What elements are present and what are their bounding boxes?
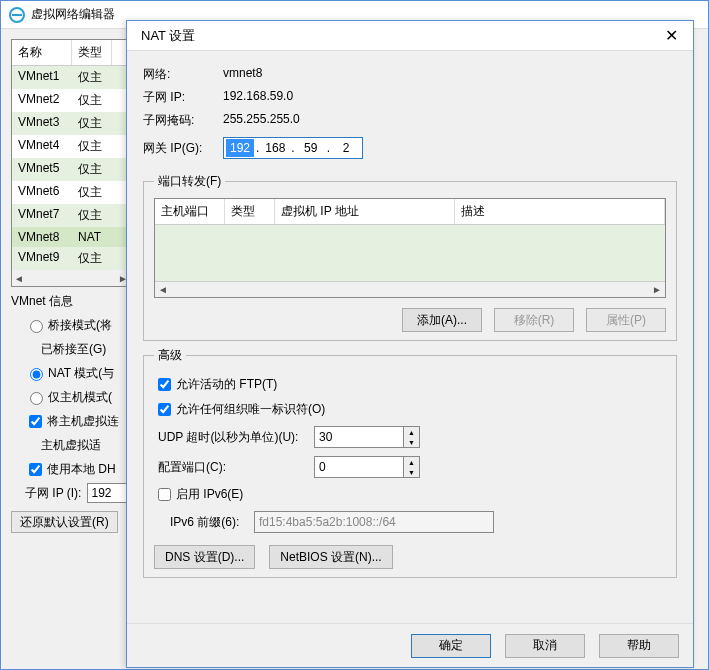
scroll-right-icon[interactable]: ►: [652, 284, 662, 295]
vmnet-table[interactable]: 名称 类型 VMnet1仅主VMnet2仅主VMnet3仅主VMnet4仅主VM…: [11, 39, 131, 287]
gateway-oct-2[interactable]: [261, 139, 289, 157]
check-ipv6[interactable]: [158, 488, 171, 501]
gateway-oct-4[interactable]: [332, 139, 360, 157]
parent-title: 虚拟网络编辑器: [31, 6, 115, 23]
table-row[interactable]: VMnet3仅主: [12, 112, 130, 135]
dns-settings-button[interactable]: DNS 设置(D)...: [154, 545, 255, 569]
table-row[interactable]: VMnet2仅主: [12, 89, 130, 112]
subnet-ip-value: 192.168.59.0: [223, 89, 293, 106]
col-type[interactable]: 类型: [72, 40, 112, 65]
subnet-ip-label: 子网 IP:: [143, 89, 223, 106]
ipv6-prefix-label: IPv6 前缀(6):: [154, 514, 254, 531]
pf-properties-button[interactable]: 属性(P): [586, 308, 666, 332]
radio-hostonly-label: 仅主机模式(: [48, 389, 112, 406]
check-active-ftp-label: 允许活动的 FTP(T): [176, 376, 277, 393]
pf-col-desc[interactable]: 描述: [455, 199, 665, 224]
pf-hscroll[interactable]: ◄ ►: [155, 281, 665, 297]
spin-down-icon[interactable]: ▼: [404, 437, 419, 447]
advanced-legend: 高级: [154, 347, 186, 364]
network-value: vmnet8: [223, 66, 262, 83]
netbios-settings-button[interactable]: NetBIOS 设置(N)...: [269, 545, 392, 569]
check-ipv6-label: 启用 IPv6(E): [176, 486, 243, 503]
pf-remove-button[interactable]: 移除(R): [494, 308, 574, 332]
radio-hostonly[interactable]: [30, 392, 43, 405]
spin-down-icon[interactable]: ▼: [404, 467, 419, 477]
check-connect-host-label: 将主机虚拟连: [47, 413, 119, 430]
pf-col-vmip[interactable]: 虚拟机 IP 地址: [275, 199, 455, 224]
ok-button[interactable]: 确定: [411, 634, 491, 658]
vmnet-table-hscroll[interactable]: ◄ ►: [12, 270, 130, 286]
table-row[interactable]: VMnet7仅主: [12, 204, 130, 227]
udp-timeout-label: UDP 超时(以秒为单位)(U):: [154, 429, 314, 446]
table-row[interactable]: VMnet6仅主: [12, 181, 130, 204]
close-icon[interactable]: ✕: [659, 24, 683, 48]
radio-nat[interactable]: [30, 368, 43, 381]
check-dhcp-label: 使用本地 DH: [47, 461, 116, 478]
radio-nat-label: NAT 模式(与: [48, 365, 114, 382]
pf-add-button[interactable]: 添加(A)...: [402, 308, 482, 332]
pf-col-hostport[interactable]: 主机端口: [155, 199, 225, 224]
port-forwarding-table[interactable]: 主机端口 类型 虚拟机 IP 地址 描述 ◄ ►: [154, 198, 666, 298]
app-icon: [9, 7, 25, 23]
config-port-input[interactable]: [314, 456, 404, 478]
check-any-oui[interactable]: [158, 403, 171, 416]
gateway-oct-1[interactable]: [226, 139, 254, 157]
table-row[interactable]: VMnet4仅主: [12, 135, 130, 158]
help-button[interactable]: 帮助: [599, 634, 679, 658]
check-dhcp[interactable]: [29, 463, 42, 476]
subnet-mask-value: 255.255.255.0: [223, 112, 300, 129]
port-forwarding-legend: 端口转发(F): [154, 173, 225, 190]
spin-up-icon[interactable]: ▲: [404, 457, 419, 467]
radio-bridge-label: 桥接模式(将: [48, 317, 112, 334]
subnet-mask-label: 子网掩码:: [143, 112, 223, 129]
gateway-oct-3[interactable]: [297, 139, 325, 157]
subnet-ip-label: 子网 IP (I):: [25, 485, 81, 502]
dialog-title: NAT 设置: [141, 27, 195, 45]
check-active-ftp[interactable]: [158, 378, 171, 391]
network-label: 网络:: [143, 66, 223, 83]
spin-up-icon[interactable]: ▲: [404, 427, 419, 437]
cancel-button[interactable]: 取消: [505, 634, 585, 658]
dialog-titlebar: NAT 设置 ✕: [127, 21, 693, 51]
col-name[interactable]: 名称: [12, 40, 72, 65]
check-connect-host[interactable]: [29, 415, 42, 428]
vmnet-table-header: 名称 类型: [12, 40, 130, 66]
check-any-oui-label: 允许任何组织唯一标识符(O): [176, 401, 325, 418]
table-row[interactable]: VMnet1仅主: [12, 66, 130, 89]
scroll-left-icon[interactable]: ◄: [158, 284, 168, 295]
pf-col-type[interactable]: 类型: [225, 199, 275, 224]
gateway-ip-label: 网关 IP(G):: [143, 140, 223, 157]
scroll-left-icon[interactable]: ◄: [14, 273, 24, 284]
port-forwarding-body[interactable]: [155, 225, 665, 283]
table-row[interactable]: VMnet8NAT: [12, 227, 130, 247]
config-port-label: 配置端口(C):: [154, 459, 314, 476]
gateway-ip-input[interactable]: . . .: [223, 137, 363, 159]
host-adapter-label: 主机虚拟适: [41, 437, 101, 454]
dialog-footer: 确定 取消 帮助: [127, 623, 693, 667]
table-row[interactable]: VMnet5仅主: [12, 158, 130, 181]
port-forwarding-group: 端口转发(F) 主机端口 类型 虚拟机 IP 地址 描述 ◄ ► 添加(A)..…: [143, 173, 677, 341]
advanced-group: 高级 允许活动的 FTP(T) 允许任何组织唯一标识符(O) UDP 超时(以秒…: [143, 347, 677, 578]
udp-timeout-input[interactable]: [314, 426, 404, 448]
table-row[interactable]: VMnet9仅主: [12, 247, 130, 270]
radio-bridge[interactable]: [30, 320, 43, 333]
ipv6-prefix-input[interactable]: [254, 511, 494, 533]
restore-defaults-button[interactable]: 还原默认设置(R): [11, 511, 118, 533]
bridged-to-label: 已桥接至(G): [41, 341, 106, 358]
nat-settings-dialog: NAT 设置 ✕ 网络:vmnet8 子网 IP:192.168.59.0 子网…: [126, 20, 694, 668]
